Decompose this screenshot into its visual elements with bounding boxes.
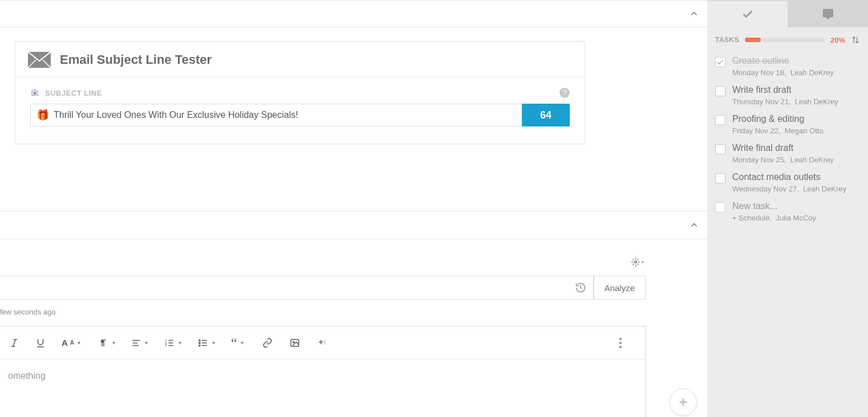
svg-line-7 xyxy=(632,259,634,260)
image-button[interactable] xyxy=(287,336,303,350)
editor-toolbar: AA 123 “ xyxy=(0,326,645,359)
subject-input[interactable]: 🎁 Thrill Your Loved Ones With Our Exclus… xyxy=(30,104,522,126)
svg-line-14 xyxy=(13,340,16,346)
task-meta: Monday Nov 25, Leah DeKrey xyxy=(732,156,834,164)
editor-box: AA 123 “ omething xyxy=(0,326,646,417)
svg-text:▾: ▾ xyxy=(642,260,644,265)
task-item[interactable]: Proofing & editing Friday Nov 22, Megan … xyxy=(715,109,860,138)
card-body: SUBJECT LINE ? 🎁 Thrill Your Loved Ones … xyxy=(15,77,585,144)
svg-point-39 xyxy=(619,342,622,344)
svg-point-35 xyxy=(324,340,325,341)
task-checkbox[interactable] xyxy=(715,115,725,125)
svg-text:3: 3 xyxy=(165,344,167,347)
field-label-row: SUBJECT LINE ? xyxy=(30,88,570,98)
task-checkbox[interactable] xyxy=(715,57,725,67)
svg-point-30 xyxy=(199,345,200,346)
svg-line-10 xyxy=(632,264,634,265)
gift-emoji: 🎁 xyxy=(36,109,49,121)
new-task-meta: + Schedule, Julia McCoy xyxy=(732,214,816,222)
task-title: Create outline xyxy=(732,56,834,66)
new-task-row[interactable]: New task... + Schedule, Julia McCoy xyxy=(715,197,860,226)
ordered-list-button[interactable]: 123 xyxy=(161,336,184,350)
svg-point-1 xyxy=(34,92,36,95)
svg-point-36 xyxy=(324,341,325,342)
help-icon[interactable]: ? xyxy=(559,88,570,98)
tasks-percent: 20% xyxy=(830,36,845,44)
settings-gear[interactable]: ▾ xyxy=(631,256,644,268)
collapse-mid-icon[interactable] xyxy=(689,220,699,230)
editor-content[interactable]: omething xyxy=(0,359,645,393)
task-item[interactable]: Contact media outlets Wednesday Nov 27, … xyxy=(715,167,860,197)
add-fab-button[interactable] xyxy=(670,389,697,416)
toolbar-more-icon[interactable] xyxy=(619,337,622,349)
task-meta: Monday Nov 18, Leah DeKrey xyxy=(732,68,834,77)
subject-text: Thrill Your Loved Ones With Our Exclusiv… xyxy=(54,110,516,120)
insert-more-button[interactable] xyxy=(314,336,330,350)
field-label-left: SUBJECT LINE xyxy=(30,88,102,97)
link-button[interactable] xyxy=(259,336,275,350)
editor-area: ▾ Analyze few seconds ago AA xyxy=(0,239,707,417)
analyze-button[interactable]: Analyze xyxy=(594,276,646,300)
svg-point-37 xyxy=(324,343,325,344)
task-checkbox[interactable] xyxy=(715,86,725,96)
section-divider xyxy=(0,211,707,239)
unordered-list-button[interactable] xyxy=(195,336,217,350)
task-title: Write first draft xyxy=(732,85,838,95)
task-checkbox[interactable] xyxy=(715,173,725,183)
task-title: Proofing & editing xyxy=(732,114,824,124)
tasks-label: TASKS xyxy=(715,36,739,44)
subject-score: 64 xyxy=(522,104,570,126)
history-icon[interactable] xyxy=(575,282,586,293)
task-meta: Wednesday Nov 27, Leah DeKrey xyxy=(732,185,846,193)
new-task-title: New task... xyxy=(732,201,816,211)
camera-icon xyxy=(30,88,39,97)
italic-button[interactable] xyxy=(7,336,22,350)
task-title: Contact media outlets xyxy=(732,172,846,182)
sort-icon[interactable] xyxy=(851,35,860,44)
task-meta: Thursday Nov 21, Leah DeKrey xyxy=(732,97,838,106)
task-list: Create outline Monday Nov 18, Leah DeKre… xyxy=(707,48,868,226)
saved-timestamp: few seconds ago xyxy=(0,308,56,316)
card-title: Email Subject Line Tester xyxy=(60,52,212,67)
svg-point-40 xyxy=(619,346,622,348)
envelope-icon xyxy=(28,52,51,68)
tab-comments[interactable] xyxy=(788,1,868,27)
sidebar-tabs xyxy=(707,1,868,27)
svg-point-28 xyxy=(199,340,200,341)
email-subject-tester-card: Email Subject Line Tester SUBJECT LINE ?… xyxy=(15,41,585,144)
collapse-top-icon[interactable] xyxy=(689,9,699,19)
svg-line-9 xyxy=(638,259,639,260)
task-item[interactable]: Create outline Monday Nov 18, Leah DeKre… xyxy=(715,51,860,80)
tab-tasks[interactable] xyxy=(707,1,788,27)
task-meta: Friday Nov 22, Megan Otto xyxy=(732,126,824,135)
svg-point-32 xyxy=(293,341,294,342)
analyze-bar: Analyze xyxy=(0,276,646,300)
svg-point-38 xyxy=(619,338,622,340)
svg-line-8 xyxy=(638,264,639,265)
task-title: Write final draft xyxy=(732,143,834,153)
task-item[interactable]: Write first draft Thursday Nov 21, Leah … xyxy=(715,80,860,109)
headline-input[interactable] xyxy=(0,276,594,300)
subject-row: 🎁 Thrill Your Loved Ones With Our Exclus… xyxy=(30,104,570,126)
tasks-header: TASKS 20% xyxy=(707,27,868,48)
task-checkbox[interactable] xyxy=(715,144,725,154)
task-checkbox[interactable] xyxy=(715,202,725,212)
svg-point-2 xyxy=(634,260,637,263)
paragraph-button[interactable] xyxy=(96,336,117,350)
underline-button[interactable] xyxy=(33,336,48,350)
card-header: Email Subject Line Tester xyxy=(15,42,585,77)
task-item[interactable]: Write final draft Monday Nov 25, Leah De… xyxy=(715,138,860,167)
quote-button[interactable]: “ xyxy=(229,337,246,349)
progress-fill xyxy=(745,38,761,42)
top-bar xyxy=(0,0,707,27)
main-area: Email Subject Line Tester SUBJECT LINE ?… xyxy=(0,0,707,417)
tasks-progress xyxy=(745,38,825,42)
svg-point-29 xyxy=(199,342,200,343)
subject-line-label: SUBJECT LINE xyxy=(45,89,102,97)
sidebar: TASKS 20% Create outline Monday Nov 18, … xyxy=(707,0,868,417)
align-button[interactable] xyxy=(129,336,150,350)
font-size-button[interactable]: AA xyxy=(59,336,83,350)
